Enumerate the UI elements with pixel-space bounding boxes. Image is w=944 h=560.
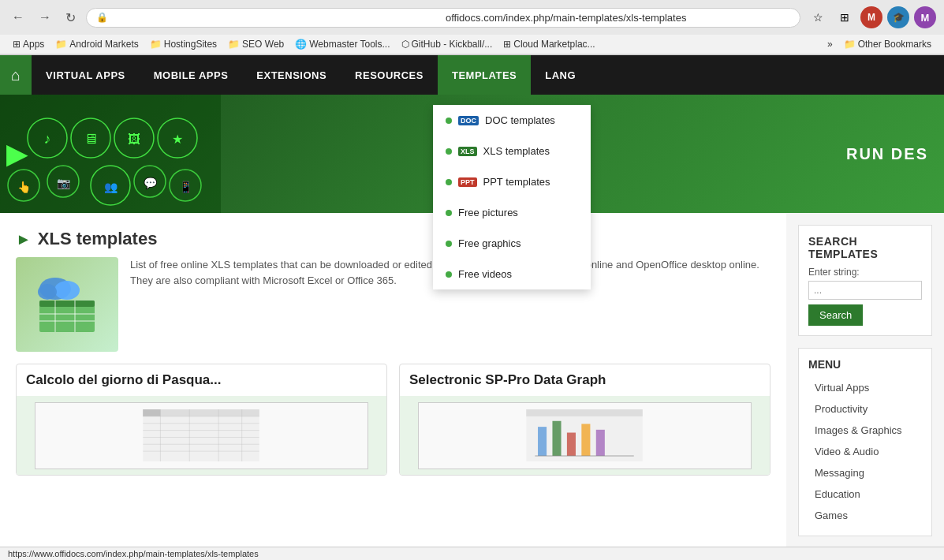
menu-images-graphics[interactable]: Images & Graphics: [808, 420, 922, 441]
svg-text:👆: 👆: [17, 181, 32, 194]
page-title-row: ► XLS templates: [16, 229, 770, 249]
card-1-thumbnail: [17, 396, 386, 475]
web-icon: 🌐: [295, 39, 307, 50]
svg-text:🖥: 🖥: [84, 131, 98, 147]
bookmarks-more[interactable]: »: [823, 37, 838, 51]
card-1-thumb-inner: [35, 402, 368, 469]
browser-chrome: ← → ↻ 🔒 offidocs.com/index.php/main-temp…: [0, 0, 944, 55]
xls-tag: XLS: [458, 147, 477, 156]
card-2[interactable]: Selectronic SP-Pro Data Graph: [399, 364, 770, 476]
bookmark-github-label: GitHub - Kickball/...: [412, 39, 493, 50]
profile-button-m[interactable]: M: [914, 6, 936, 28]
bookmark-android[interactable]: 📁 Android Markets: [50, 37, 143, 51]
dropdown-dot-2: [446, 148, 452, 155]
bookmark-github[interactable]: ⬡ GitHub - Kickball/...: [397, 37, 498, 51]
extension-button[interactable]: ⊞: [834, 6, 856, 28]
card-1-title: Calcolo del giorno di Pasqua...: [17, 364, 386, 396]
bookmark-android-label: Android Markets: [69, 39, 138, 50]
back-button[interactable]: ←: [8, 9, 28, 26]
forward-button[interactable]: →: [35, 9, 55, 26]
address-bar[interactable]: 🔒 offidocs.com/index.php/main-templates/…: [86, 8, 800, 28]
menu-messaging[interactable]: Messaging: [808, 462, 922, 483]
lock-icon: 🔒: [96, 12, 441, 23]
nav-mobile-apps[interactable]: MOBILE APPS: [140, 55, 243, 95]
nav-virtual-apps[interactable]: VIRTUAL APPS: [32, 55, 140, 95]
bookmark-webmaster-label: Webmaster Tools...: [309, 39, 390, 50]
intro-section: List of free online XLS templates that c…: [16, 257, 770, 352]
dropdown-free-videos[interactable]: Free videos: [433, 259, 591, 289]
reload-button[interactable]: ↻: [62, 9, 80, 27]
browser-toolbar: ← → ↻ 🔒 offidocs.com/index.php/main-temp…: [0, 0, 944, 35]
hero-illustration: ♪ 🖥 🖼 ★ 👆 📷 👥 💬 📱: [0, 95, 221, 213]
svg-rect-41: [144, 409, 161, 416]
main-content: ► XLS templates: [0, 213, 786, 548]
dropdown-dot-3: [446, 179, 452, 185]
svg-text:♪: ♪: [44, 131, 51, 147]
svg-text:📱: 📱: [179, 181, 193, 194]
search-label: Enter string:: [808, 267, 922, 278]
nav-resources[interactable]: RESOURCES: [341, 55, 438, 95]
dropdown-free-pictures[interactable]: Free pictures: [433, 197, 591, 228]
svg-rect-45: [553, 421, 562, 456]
svg-rect-48: [596, 430, 605, 456]
dropdown-free-graphics[interactable]: Free graphics: [433, 228, 591, 259]
profile-button-red[interactable]: M: [860, 6, 882, 28]
dropdown-dot-1: [446, 118, 452, 124]
hero-run-text: RUN DES: [846, 145, 928, 163]
dropdown-ppt-templates[interactable]: PPT PPT templates: [433, 166, 591, 197]
search-input[interactable]: [808, 281, 922, 300]
bookmark-other[interactable]: 📁 Other Bookmarks: [839, 37, 936, 51]
dropdown-dot-5: [446, 241, 452, 247]
bookmark-hosting-label: HostingSites: [164, 39, 217, 50]
folder-icon-1: 📁: [55, 39, 67, 50]
bookmark-hosting[interactable]: 📁 HostingSites: [145, 37, 222, 51]
status-bar: https://www.offidocs.com/index.php/main-…: [0, 547, 944, 560]
svg-rect-43: [527, 409, 644, 416]
menu-box: MENU Virtual Apps Productivity Images & …: [798, 348, 932, 536]
profile-button-hat[interactable]: 🎓: [887, 6, 909, 28]
home-button[interactable]: ⌂: [0, 55, 32, 95]
svg-rect-46: [567, 432, 576, 456]
svg-text:👥: 👥: [104, 181, 118, 194]
dropdown-doc-label: DOC templates: [485, 114, 555, 126]
dropdown-doc-templates[interactable]: DOC DOC templates: [433, 105, 591, 136]
svg-point-22: [38, 284, 57, 300]
menu-games[interactable]: Games: [808, 505, 922, 526]
nav-extensions[interactable]: EXTENSIONS: [242, 55, 341, 95]
star-button[interactable]: ☆: [807, 6, 829, 28]
card-2-thumb-inner: [418, 402, 751, 469]
xls-icon-thumbnail: [16, 257, 118, 352]
url-text: offidocs.com/index.php/main-templates/xl…: [446, 12, 790, 24]
menu-productivity[interactable]: Productivity: [808, 398, 922, 420]
bookmark-seo[interactable]: 📁 SEO Web: [223, 37, 289, 51]
site-nav: ⌂ VIRTUAL APPS MOBILE APPS EXTENSIONS RE…: [0, 55, 944, 95]
svg-rect-44: [538, 427, 547, 456]
menu-virtual-apps[interactable]: Virtual Apps: [808, 377, 922, 398]
home-icon: ⌂: [11, 66, 21, 84]
nav-lang[interactable]: LANG: [531, 55, 590, 95]
svg-point-21: [54, 281, 80, 300]
svg-rect-47: [582, 424, 591, 456]
cloud-icon: ⊞: [503, 39, 511, 50]
hero-arrow-icon: ▶: [0, 137, 28, 170]
ppt-tag: PPT: [458, 177, 477, 187]
bookmark-apps[interactable]: ⊞ Apps: [8, 37, 49, 51]
bookmark-cloud-label: Cloud Marketplac...: [513, 39, 595, 50]
folder-icon-other: 📁: [844, 39, 856, 50]
templates-dropdown[interactable]: DOC DOC templates XLS XLS templates PPT …: [433, 105, 591, 289]
search-button[interactable]: Search: [808, 304, 863, 326]
dropdown-xls-templates[interactable]: XLS XLS templates: [433, 136, 591, 166]
menu-video-audio[interactable]: Video & Audio: [808, 441, 922, 462]
bookmark-webmaster[interactable]: 🌐 Webmaster Tools...: [290, 37, 394, 51]
dropdown-dot-4: [446, 210, 452, 216]
card-2-preview: [452, 409, 717, 461]
bookmark-cloud[interactable]: ⊞ Cloud Marketplac...: [498, 37, 599, 51]
nav-templates[interactable]: TEMPLATES: [438, 55, 531, 95]
card-2-title: Selectronic SP-Pro Data Graph: [400, 364, 770, 396]
card-1[interactable]: Calcolo del giorno di Pasqua...: [16, 364, 387, 476]
search-templates-box: SEARCH TEMPLATES Enter string: Search: [798, 225, 932, 336]
title-arrow-icon: ►: [16, 230, 32, 248]
menu-education[interactable]: Education: [808, 483, 922, 505]
svg-rect-0: [0, 95, 221, 213]
sidebar: SEARCH TEMPLATES Enter string: Search ME…: [786, 213, 944, 548]
